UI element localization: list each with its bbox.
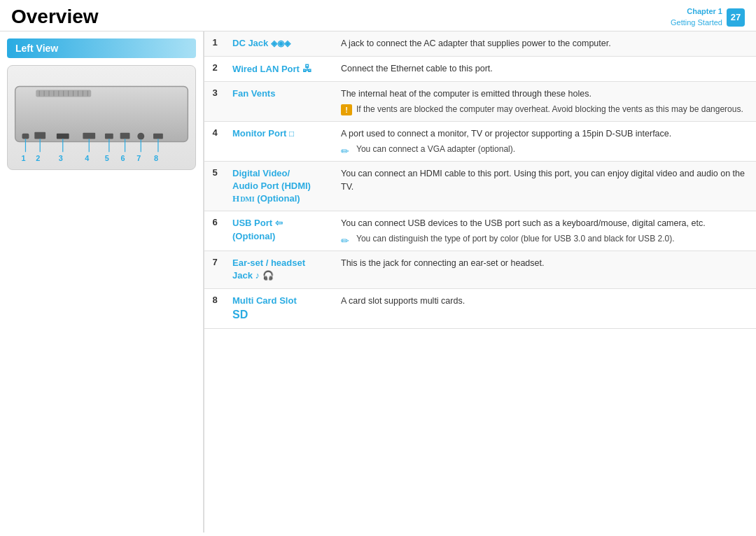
table-row: 1DC Jack ◈◉◈A jack to connect the AC ada… xyxy=(204,31,756,56)
port-name: USB Port ⇦(Optional) xyxy=(225,211,334,251)
note-text: You can connect a VGA adapter (optional)… xyxy=(356,143,515,155)
port-number: 6 xyxy=(204,211,225,251)
port-name: DC Jack ◈◉◈ xyxy=(225,31,334,56)
table-row: 5Digital Video/Audio Port (HDMI)HDMI (Op… xyxy=(204,161,756,211)
port-number: 4 xyxy=(204,122,225,162)
chapter-label-row: Chapter 1 Getting Started 27 xyxy=(671,6,745,28)
table-row: 4Monitor Port □A port used to connect a … xyxy=(204,122,756,162)
port-desc: A card slot supports multi cards. xyxy=(334,288,756,329)
svg-text:3: 3 xyxy=(59,154,63,162)
svg-rect-16 xyxy=(83,133,95,139)
port-number: 7 xyxy=(204,251,225,288)
svg-rect-13 xyxy=(22,134,29,139)
laptop-svg: 1 2 3 4 5 6 7 8 xyxy=(8,66,195,169)
left-panel: Left View xyxy=(0,31,203,533)
table-row: 3Fan VentsThe internal heat of the compu… xyxy=(204,82,756,122)
port-name: Monitor Port □ xyxy=(225,122,334,162)
svg-text:8: 8 xyxy=(154,154,158,162)
note-box: ✏You can distinguish the type of port by… xyxy=(341,233,749,245)
port-number: 1 xyxy=(204,31,225,56)
svg-text:2: 2 xyxy=(36,154,40,162)
port-number: 3 xyxy=(204,82,225,122)
svg-text:1: 1 xyxy=(21,154,25,162)
port-desc: The internal heat of the computer is emi… xyxy=(334,82,756,122)
pencil-icon: ✏ xyxy=(341,144,352,155)
port-name: Multi Card SlotSD xyxy=(225,288,334,329)
svg-rect-18 xyxy=(120,133,130,139)
note-box: !If the vents are blocked the computer m… xyxy=(341,104,749,115)
port-name: Ear-set / headsetJack ♪ 🎧 xyxy=(225,251,334,288)
left-view-label: Left View xyxy=(7,38,196,58)
svg-point-19 xyxy=(137,133,144,140)
note-text: If the vents are blocked the computer ma… xyxy=(356,104,743,115)
port-name: Wired LAN Port 🖧 xyxy=(225,56,334,82)
specs-table-container: 1DC Jack ◈◉◈A jack to connect the AC ada… xyxy=(203,31,756,533)
port-name: Digital Video/Audio Port (HDMI)HDMI (Opt… xyxy=(225,161,334,211)
port-number: 5 xyxy=(204,161,225,211)
chapter-info: Chapter 1 Getting Started 27 xyxy=(671,6,745,28)
port-desc: You can connect an HDMI cable to this po… xyxy=(334,161,756,211)
port-desc: You can connect USB devices to the USB p… xyxy=(334,211,756,251)
svg-text:7: 7 xyxy=(136,154,141,162)
svg-text:6: 6 xyxy=(121,154,125,162)
page-title: Overview xyxy=(11,6,99,28)
page-number: 27 xyxy=(727,8,745,27)
svg-text:5: 5 xyxy=(105,154,109,162)
port-desc: A port used to connect a monitor, TV or … xyxy=(334,122,756,162)
table-row: 6USB Port ⇦(Optional)You can connect USB… xyxy=(204,211,756,251)
chapter-label: Chapter 1 Getting Started xyxy=(671,6,722,28)
svg-text:4: 4 xyxy=(85,154,89,162)
port-name: Fan Vents xyxy=(225,82,334,122)
port-desc: Connect the Ethernet cable to this port. xyxy=(334,56,756,82)
main-content: Left View xyxy=(0,31,756,533)
table-row: 8Multi Card SlotSDA card slot supports m… xyxy=(204,288,756,329)
port-number: 2 xyxy=(204,56,225,82)
laptop-illustration: 1 2 3 4 5 6 7 8 xyxy=(7,65,196,170)
svg-rect-20 xyxy=(153,134,163,139)
table-row: 2Wired LAN Port 🖧Connect the Ethernet ca… xyxy=(204,56,756,82)
svg-rect-17 xyxy=(105,134,113,139)
page-header: Overview Chapter 1 Getting Started 27 xyxy=(0,0,756,31)
port-number: 8 xyxy=(204,288,225,329)
pencil-icon: ✏ xyxy=(341,234,352,245)
warning-icon: ! xyxy=(341,104,352,115)
note-text: You can distinguish the type of port by … xyxy=(356,233,674,245)
note-box: ✏You can connect a VGA adapter (optional… xyxy=(341,143,749,155)
port-desc: This is the jack for connecting an ear-s… xyxy=(334,251,756,288)
specs-table: 1DC Jack ◈◉◈A jack to connect the AC ada… xyxy=(204,31,756,329)
svg-rect-15 xyxy=(57,134,69,139)
port-desc: A jack to connect the AC adapter that su… xyxy=(334,31,756,56)
svg-rect-14 xyxy=(34,132,46,139)
table-row: 7Ear-set / headsetJack ♪ 🎧This is the ja… xyxy=(204,251,756,288)
